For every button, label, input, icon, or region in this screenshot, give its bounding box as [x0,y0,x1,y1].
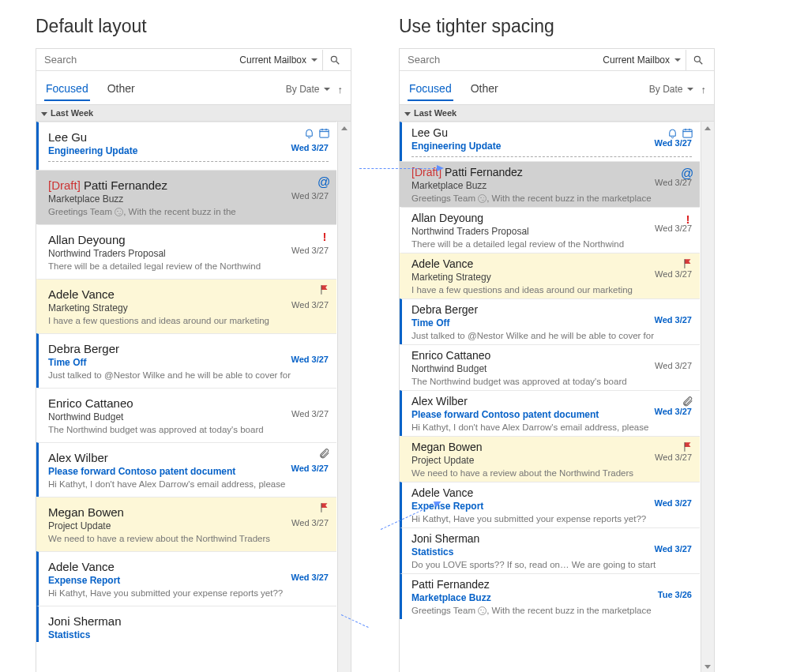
scrollbar[interactable] [701,122,714,672]
message-item[interactable]: Adele VanceMarketing StrategyI have a fe… [400,253,700,298]
message-date: Wed 3/27 [291,573,329,582]
message-subject: Statistics [411,546,692,557]
tab-other[interactable]: Other [461,77,508,101]
message-preview: Hi Kathyt, Have you submitted your expen… [411,514,692,524]
message-preview: I have a few questions and ideas around … [48,316,329,325]
svg-rect-10 [683,130,692,137]
message-item[interactable]: Alex WilberPlease forward Contoso patent… [36,442,336,497]
tab-row: Focused Other By Date [36,76,351,103]
svg-line-1 [336,61,339,64]
message-item[interactable]: Adele VanceExpense ReportHi Kathyt, Have… [400,482,700,527]
separator [48,161,329,162]
flag-icon [682,441,693,455]
sort-by-date[interactable]: By Date [286,84,330,95]
flag-icon [319,502,330,516]
message-preview: Just talked to @Nestor Wilke and he will… [48,370,329,380]
message-preview: Greetings Team , With the recent buzz in… [411,606,692,615]
message-preview: There will be a detailed legal review of… [411,239,692,249]
scroll-down-icon[interactable] [701,660,714,672]
message-date: Wed 3/27 [291,409,329,419]
message-date: Wed 3/27 [291,300,329,310]
message-from: Debra Berger [48,342,329,355]
scroll-up-icon[interactable] [701,122,714,134]
message-item[interactable]: [Draft] Patti FernandezMarketplace BuzzG… [400,161,700,207]
message-item[interactable]: Megan BowenProject UpdateWe need to have… [36,497,336,551]
separator [411,156,692,157]
message-item[interactable]: Adele VanceMarketing StrategyI have a fe… [36,279,336,333]
search-button[interactable] [686,50,709,70]
message-date: Wed 3/27 [291,191,329,201]
magnifier-icon [329,54,340,66]
message-preview: Greetings Team , With the recent buzz in… [411,193,692,203]
message-subject: Marketing Strategy [411,272,692,283]
tab-focused[interactable]: Focused [400,77,461,101]
smiley-icon [478,606,487,615]
message-item[interactable]: Megan BowenProject UpdateWe need to have… [400,436,700,482]
tab-row: Focused Other By Date [400,76,714,103]
search-input[interactable] [41,54,234,66]
message-from: [Draft] Patti Fernandez [411,166,692,178]
message-subject: Expense Report [48,575,329,586]
message-date: Wed 3/27 [291,246,329,255]
message-subject: Time Off [411,317,692,328]
group-header-last-week[interactable]: Last Week [36,104,351,122]
message-from: Allan Deyoung [48,233,329,246]
message-item[interactable]: Enrico CattaneoNorthwind BudgetThe North… [36,388,336,442]
chevron-down-icon [41,108,47,118]
message-preview: Hi Kathyt, I don't have Alex Darrow's em… [411,422,692,432]
sort-direction-icon[interactable] [701,84,707,96]
message-item[interactable]: Allan DeyoungNorthwind Traders ProposalT… [400,207,700,253]
message-from: [Draft] Patti Fernandez [48,178,329,192]
message-preview: Just talked to @Nestor Wilke and he will… [411,331,692,340]
sort-direction-icon[interactable] [338,84,344,96]
message-item[interactable]: Patti FernandezMarketplace BuzzGreetings… [400,573,700,619]
message-item[interactable]: Debra BergerTime OffJust talked to @Nest… [400,298,700,344]
search-scope-dropdown[interactable]: Current Mailbox [597,54,686,66]
message-preview: The Northwind budget was approved at tod… [411,377,692,386]
scroll-up-icon[interactable] [338,122,351,134]
message-date: Wed 3/27 [291,464,329,473]
message-subject: Please forward Contoso patent document [411,409,692,420]
tab-focused[interactable]: Focused [36,77,98,101]
chevron-down-icon [404,108,411,118]
search-input[interactable] [404,54,597,66]
message-item[interactable]: Adele VanceExpense ReportHi Kathyt, Have… [36,551,336,606]
message-subject: Marketplace Buzz [411,180,692,191]
message-item[interactable]: Joni ShermanStatisticsDo you LOVE sports… [400,527,700,573]
message-item[interactable]: Joni ShermanStatistics [36,606,336,642]
sort-by-date[interactable]: By Date [649,84,693,95]
importance-icon: ! [319,230,330,243]
message-item[interactable]: Alex WilberPlease forward Contoso patent… [400,390,700,436]
message-date: Wed 3/27 [655,361,692,370]
flag-icon [682,258,693,272]
message-from: Alex Wilber [411,395,692,407]
group-header-label: Last Week [414,108,456,118]
group-header-last-week[interactable]: Last Week [400,104,714,122]
message-item[interactable]: Allan DeyoungNorthwind Traders ProposalT… [36,224,336,279]
message-date: Wed 3/27 [291,518,329,527]
search-bar: Current Mailbox [400,49,714,71]
message-from: Adele Vance [411,486,692,499]
message-preview: We need to have a review about the North… [411,468,692,478]
callout-arrow [359,168,438,169]
message-subject: Marketing Strategy [48,302,329,313]
message-item[interactable]: Debra BergerTime OffJust talked to @Nest… [36,333,336,388]
message-subject: Engineering Update [48,145,329,156]
search-button[interactable] [322,50,346,70]
message-subject: Expense Report [411,501,692,512]
scrollbar[interactable] [337,122,351,672]
message-from: Adele Vance [411,257,692,270]
message-date: Wed 3/27 [655,544,693,554]
message-date: Wed 3/27 [291,143,329,152]
tab-other[interactable]: Other [98,77,145,101]
message-from: Megan Bowen [48,505,329,519]
message-item[interactable]: Lee GuEngineering UpdateWed 3/27 [36,122,336,170]
message-subject: Project Update [48,520,329,531]
importance-icon: ! [682,212,693,226]
search-scope-dropdown[interactable]: Current Mailbox [234,54,322,66]
message-from: Megan Bowen [411,441,692,453]
message-item[interactable]: [Draft] Patti FernandezMarketplace BuzzG… [36,170,336,224]
message-item[interactable]: Lee GuEngineering UpdateWed 3/27 [400,122,700,161]
message-item[interactable]: Enrico CattaneoNorthwind BudgetThe North… [400,344,700,390]
message-icons [667,127,693,141]
